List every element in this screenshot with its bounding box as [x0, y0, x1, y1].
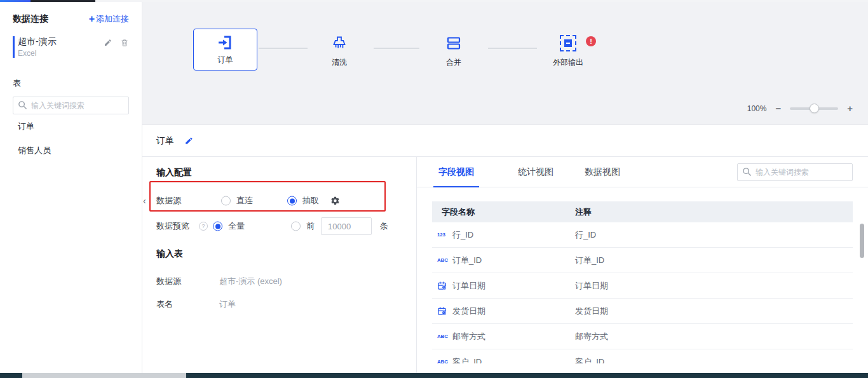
input-table-name-row: 表名 订单: [156, 298, 410, 311]
radio-direct[interactable]: [221, 196, 231, 206]
field-name: 订单日期: [452, 280, 575, 292]
node-label: 合并: [446, 57, 461, 68]
sidebar-item-table-order[interactable]: 订单: [0, 114, 142, 138]
column-header-comment: 注释: [575, 206, 592, 218]
horizontal-scrollbar-track[interactable]: [0, 373, 868, 378]
node-label: 外部输出: [553, 57, 583, 68]
config-panel: 输入配置 数据源 直连 抽取 数据预览 ? 全量 前 条: [142, 157, 417, 373]
node-title: 订单: [156, 135, 174, 147]
text-type-icon: ABC: [437, 359, 452, 363]
node-label: 清洗: [332, 57, 347, 68]
flow-node-merge[interactable]: 合并: [428, 35, 479, 68]
field-panel: 字段视图 统计视图 数据视图 字段名称 注释 123 行_ID 行_I: [417, 157, 868, 373]
radio-extract[interactable]: [287, 196, 297, 206]
row-limit-input[interactable]: [321, 217, 372, 235]
collapse-panel-icon[interactable]: ‹: [143, 196, 146, 205]
tab-data-view[interactable]: 数据视图: [585, 166, 620, 178]
field-search-input[interactable]: [737, 163, 853, 181]
datasource-label: 数据源: [156, 195, 181, 206]
edit-pencil-icon[interactable]: [104, 38, 112, 47]
radio-full-label[interactable]: 全量: [228, 220, 245, 232]
table-row[interactable]: 订单日期 订单日期: [432, 273, 853, 299]
table-row[interactable]: 123 行_ID 行_ID: [432, 222, 853, 248]
field-comment: 邮寄方式: [575, 331, 608, 342]
node-label: 订单: [218, 55, 233, 65]
active-indicator-bar: [13, 36, 15, 58]
number-type-icon: 123: [437, 232, 452, 238]
datasource-row: 数据源 直连 抽取: [156, 194, 410, 207]
help-icon[interactable]: ?: [199, 222, 208, 231]
zoom-level: 100%: [747, 104, 767, 113]
broom-icon: [331, 35, 348, 51]
input-table-title: 输入表: [156, 248, 183, 260]
table-name-label: 表名: [156, 299, 173, 310]
preview-row: 数据预览 ? 全量 前 条: [156, 220, 410, 233]
search-icon: [18, 100, 27, 110]
table-row[interactable]: 发货日期 发货日期: [432, 299, 853, 324]
field-comment: 订单日期: [575, 280, 608, 292]
merge-icon: [445, 35, 462, 51]
flow-node-order[interactable]: 订单: [193, 29, 257, 71]
radio-extract-label[interactable]: 抽取: [302, 195, 319, 206]
date-type-icon: [437, 281, 452, 290]
field-table-rows: 123 行_ID 行_ID ABC 订单_ID 订单_ID 订单日期 订单日期: [432, 222, 853, 363]
tab-field-view[interactable]: 字段视图: [438, 166, 474, 178]
node-title-bar: 订单: [142, 125, 868, 157]
field-name: 客户_ID: [452, 356, 575, 364]
flow-connector: [488, 48, 537, 49]
radio-first-n[interactable]: [291, 222, 301, 231]
error-badge-icon: !: [586, 36, 596, 46]
flow-node-clean[interactable]: 清洗: [314, 35, 365, 68]
vertical-scrollbar-thumb[interactable]: [860, 224, 864, 258]
radio-first-n-label[interactable]: 前: [306, 220, 315, 232]
browser-edge-dark: [31, 0, 95, 2]
table-name-value: 订单: [219, 299, 236, 310]
detail-content: ‹ 输入配置 数据源 直连 抽取 数据预览 ? 全量 前: [142, 157, 868, 373]
table-row[interactable]: ABC 订单_ID 订单_ID: [432, 248, 853, 273]
radio-direct-label[interactable]: 直连: [236, 195, 253, 206]
connection-item[interactable]: 超市-演示 Excel: [13, 36, 129, 58]
zoom-slider-knob[interactable]: [810, 104, 819, 113]
sidebar-title: 数据连接: [13, 13, 48, 25]
tab-stats-view[interactable]: 统计视图: [518, 166, 553, 178]
add-connection-button[interactable]: + 添加连接: [89, 13, 129, 25]
zoom-slider[interactable]: [790, 104, 838, 113]
gear-icon[interactable]: [330, 196, 340, 206]
source-value: 超市-演示 (excel): [219, 276, 282, 287]
sidebar: 数据连接 + 添加连接 超市-演示 Excel 表 订单 销售人员: [0, 2, 142, 373]
preview-label: 数据预览: [156, 220, 189, 232]
column-header-field-name: 字段名称: [442, 206, 575, 218]
unit-label: 条: [380, 220, 388, 232]
field-name: 发货日期: [452, 306, 575, 317]
zoom-out-button[interactable]: −: [775, 104, 781, 113]
field-comment: 行_ID: [575, 229, 596, 241]
table-row[interactable]: ABC 邮寄方式 邮寄方式: [432, 324, 853, 349]
connection-name: 超市-演示: [18, 36, 104, 47]
zoom-in-button[interactable]: +: [847, 104, 853, 113]
field-comment: 客户_ID: [575, 356, 604, 364]
text-type-icon: ABC: [437, 257, 452, 263]
trash-icon[interactable]: [120, 38, 129, 47]
sidebar-search-input[interactable]: [13, 97, 129, 114]
plus-icon: +: [89, 14, 95, 24]
flow-node-external-output[interactable]: 外部输出 !: [543, 35, 593, 68]
field-name: 行_ID: [452, 229, 575, 241]
flow-connector: [259, 48, 308, 49]
flow-canvas[interactable]: 订单 清洗 合并 外部输出 !: [142, 2, 868, 125]
browser-edge-blue: [0, 0, 31, 2]
field-name: 邮寄方式: [452, 331, 575, 342]
flow-connector: [374, 48, 419, 49]
radio-full[interactable]: [213, 222, 222, 231]
output-icon: [560, 35, 576, 51]
field-name: 订单_ID: [452, 255, 575, 266]
title-edit-pencil-icon[interactable]: [184, 136, 194, 145]
table-row[interactable]: ABC 客户_ID 客户_ID: [432, 349, 853, 363]
sidebar-item-table-salesperson[interactable]: 销售人员: [0, 138, 142, 163]
text-type-icon: ABC: [437, 334, 452, 339]
horizontal-scrollbar-thumb[interactable]: [22, 373, 186, 378]
source-label: 数据源: [156, 276, 181, 287]
zoom-control: 100% − +: [747, 104, 853, 113]
browser-edge-strip: [0, 0, 868, 2]
view-tabs: 字段视图 统计视图 数据视图: [417, 157, 868, 187]
search-icon: [742, 167, 752, 177]
